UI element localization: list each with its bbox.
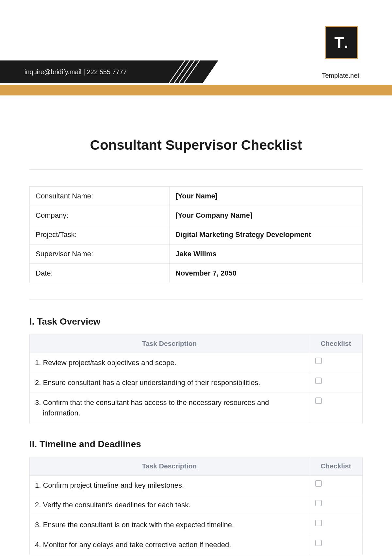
task-row: 2. Verify the consultant's deadlines for… — [30, 495, 363, 515]
info-label: Supervisor Name: — [30, 244, 170, 264]
task-desc: 2. Verify the consultant's deadlines for… — [30, 495, 309, 515]
info-value: Jake Willms — [169, 244, 362, 264]
info-row: Supervisor Name: Jake Willms — [30, 244, 363, 264]
col-header-check: Checklist — [309, 457, 362, 475]
info-label: Company: — [30, 206, 170, 225]
info-value: [Your Name] — [169, 187, 362, 206]
page-title: Consultant Supervisor Checklist — [29, 137, 363, 153]
info-row: Project/Task: Digital Marketing Strategy… — [30, 225, 363, 244]
divider — [29, 169, 363, 170]
checkbox[interactable] — [315, 480, 322, 487]
checkbox[interactable] — [315, 520, 322, 526]
task-desc: 3. Ensure the consultant is on track wit… — [30, 515, 309, 535]
logo: T. — [325, 26, 358, 59]
info-row: Consultant Name: [Your Name] — [30, 187, 363, 206]
checkbox[interactable] — [315, 358, 322, 364]
info-value: Digital Marketing Strategy Development — [169, 225, 362, 244]
task-check-cell — [309, 535, 362, 555]
info-table: Consultant Name: [Your Name] Company: [Y… — [29, 186, 363, 283]
col-header-desc: Task Description — [30, 457, 309, 475]
task-table-1: Task Description Checklist 1. Review pro… — [29, 334, 363, 423]
task-check-cell — [309, 393, 362, 423]
info-value: November 7, 2050 — [169, 264, 362, 283]
checkbox[interactable] — [315, 540, 322, 546]
info-label: Consultant Name: — [30, 187, 170, 206]
task-check-cell — [309, 515, 362, 535]
header-contact-text: inquire@bridify.mail | 222 555 7777 — [24, 68, 127, 76]
col-header-desc: Task Description — [30, 334, 309, 353]
info-row: Company: [Your Company Name] — [30, 206, 363, 225]
checkbox[interactable] — [315, 500, 322, 506]
checkbox[interactable] — [315, 378, 322, 384]
task-desc: 2. Ensure consultant has a clear underst… — [30, 373, 309, 393]
col-header-check: Checklist — [309, 334, 362, 353]
section-heading-1: I. Task Overview — [29, 316, 363, 327]
task-row: 2. Ensure consultant has a clear underst… — [30, 373, 363, 393]
task-desc: 1. Confirm project timeline and key mile… — [30, 475, 309, 495]
task-table-2: Task Description Checklist 1. Confirm pr… — [29, 457, 363, 555]
logo-letter: T — [335, 34, 343, 52]
section-heading-2: II. Timeline and Deadlines — [29, 439, 363, 449]
info-label: Date: — [30, 264, 170, 283]
task-row: 3. Ensure the consultant is on track wit… — [30, 515, 363, 535]
brand-name: Template.net — [322, 72, 359, 79]
info-value: [Your Company Name] — [169, 206, 362, 225]
header-contact-bar: inquire@bridify.mail | 222 555 7777 — [0, 60, 203, 83]
divider — [29, 299, 363, 300]
checkbox[interactable] — [315, 397, 322, 404]
task-row: 3. Confirm that the consultant has acces… — [30, 393, 363, 423]
task-check-cell — [309, 475, 362, 495]
task-row: 1. Review project/task objectives and sc… — [30, 353, 363, 373]
logo-dot: . — [344, 34, 348, 52]
task-desc: 4. Monitor for any delays and take corre… — [30, 535, 309, 555]
task-row: 1. Confirm project timeline and key mile… — [30, 475, 363, 495]
info-label: Project/Task: — [30, 225, 170, 244]
task-desc: 1. Review project/task objectives and sc… — [30, 353, 309, 373]
task-desc: 3. Confirm that the consultant has acces… — [30, 393, 309, 423]
info-row: Date: November 7, 2050 — [30, 264, 363, 283]
header-orange-bar — [0, 85, 392, 95]
task-row: 4. Monitor for any delays and take corre… — [30, 535, 363, 555]
task-check-cell — [309, 353, 362, 373]
task-check-cell — [309, 373, 362, 393]
task-check-cell — [309, 495, 362, 515]
